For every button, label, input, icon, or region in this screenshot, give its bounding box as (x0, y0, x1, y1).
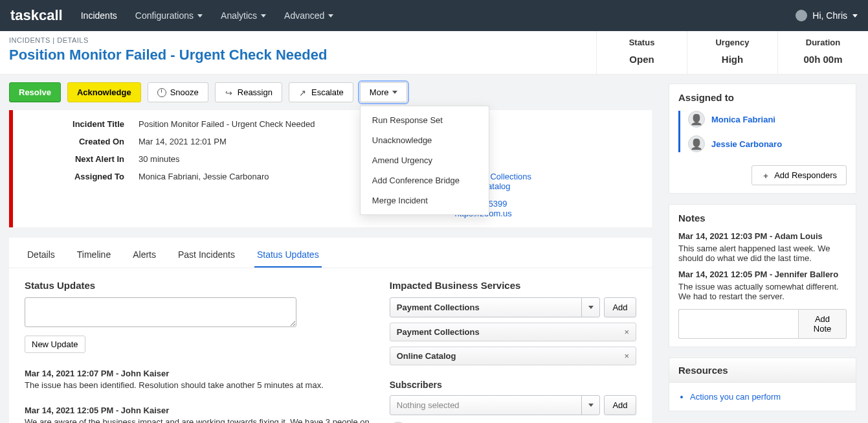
impacted-service-chip: Online Catalog × (390, 347, 636, 365)
snooze-label: Snooze (170, 87, 199, 97)
remove-chip-icon[interactable]: × (624, 327, 629, 337)
note-item: Mar 14, 2021 12:03 PM - Adam Louis This … (678, 231, 847, 263)
nav-analytics-label: Analytics (221, 10, 257, 21)
plus-icon (761, 171, 770, 180)
impacted-service-selected: Payment Collections (390, 298, 599, 317)
status-update-item: Mar 14, 2021 12:07 PM - John Kaiser The … (25, 369, 370, 390)
nav-analytics[interactable]: Analytics (221, 10, 266, 21)
impacted-service-select[interactable]: Payment Collections (390, 297, 600, 317)
impacted-services-title: Impacted Business Services (390, 280, 636, 291)
field-created-on-label: Created On (18, 137, 135, 146)
add-responders-label: Add Responders (774, 170, 837, 180)
subscriber-select-placeholder: Nothing selected (390, 396, 599, 415)
reassign-label: Reassign (238, 87, 273, 97)
menu-merge-incident[interactable]: Merge Incident (361, 190, 489, 211)
user-greeting: Hi, Chris (812, 10, 847, 21)
chevron-down-icon (328, 14, 333, 17)
resources-panel: Resources Actions you can perform (669, 358, 856, 411)
status-update-body: We are aware of the business impact and … (25, 417, 370, 423)
assignee-name[interactable]: Jessie Carbonaro (711, 139, 782, 149)
tab-details[interactable]: Details (25, 244, 58, 268)
escalate-icon (298, 88, 307, 97)
field-incident-title-label: Incident Title (18, 119, 135, 129)
chevron-down-icon (392, 91, 397, 94)
impacted-service-chip: Payment Collections × (390, 323, 636, 341)
remove-chip-icon[interactable]: × (624, 351, 629, 361)
incident-summary-card: Incident Title Position Monitor Failed -… (9, 110, 652, 227)
add-responders-button[interactable]: Add Responders (751, 165, 847, 185)
stat-urgency: Urgency High (687, 31, 777, 74)
acknowledge-button[interactable]: Acknowledge (67, 82, 141, 102)
tab-alerts[interactable]: Alerts (130, 244, 159, 268)
note-input[interactable] (678, 309, 798, 339)
incident-tabs: Details Timeline Alerts Past Incidents S… (9, 238, 652, 268)
chevron-down-icon (261, 14, 266, 17)
assignee-row: Jessie Carbonaro (688, 135, 847, 152)
nav-configurations[interactable]: Configurations (135, 10, 203, 21)
chevron-down-icon (197, 14, 203, 17)
assigned-to-panel: Assigned to Monica Fabriani Jessie Carbo… (669, 84, 856, 194)
more-button[interactable]: More (360, 82, 408, 102)
page-title: Position Monitor Failed - Urgent Check N… (9, 47, 587, 63)
stat-duration: Duration 00h 00m (777, 31, 868, 74)
stat-status-value: Open (602, 54, 682, 65)
note-item: Mar 14, 2021 12:05 PM - Jennifer Ballero… (678, 269, 847, 301)
snooze-button[interactable]: Snooze (148, 82, 208, 102)
reassign-icon (225, 88, 234, 97)
add-note-button[interactable]: Add Note (798, 309, 847, 339)
field-created-on-value: Mar 14, 2021 12:01 PM (139, 137, 331, 146)
menu-unacknowledge[interactable]: Unacknowledge (361, 130, 489, 150)
page-header: INCIDENTS | DETAILS Position Monitor Fai… (0, 31, 868, 74)
assignee-name[interactable]: Monica Fabriani (711, 115, 775, 124)
add-subscriber-button[interactable]: Add (604, 395, 636, 415)
stat-duration-label: Duration (783, 38, 863, 47)
status-update-head: Mar 14, 2021 12:05 PM - John Kaiser (25, 406, 370, 415)
tab-status-updates[interactable]: Status Updates (254, 244, 322, 268)
note-body: The issue was actually somewhat differen… (678, 282, 847, 301)
user-avatar-icon (796, 10, 807, 21)
stat-duration-value: 00h 00m (783, 54, 863, 65)
assignee-row: Monica Fabriani (688, 111, 847, 128)
menu-add-conference-bridge[interactable]: Add Conference Bridge (361, 170, 489, 190)
nav-advanced[interactable]: Advanced (284, 10, 333, 21)
top-nav: taskcall Incidents Configurations Analyt… (0, 0, 868, 31)
new-update-button[interactable]: New Update (25, 336, 85, 353)
reassign-button[interactable]: Reassign (215, 82, 282, 102)
field-assigned-to-label: Assigned To (18, 172, 135, 191)
nav-configurations-label: Configurations (135, 10, 194, 21)
more-menu: Run Response Set Unacknowledge Amend Urg… (360, 106, 489, 215)
resolve-button[interactable]: Resolve (9, 82, 61, 102)
field-next-alert-label: Next Alert In (18, 154, 135, 164)
stat-status-label: Status (602, 38, 682, 47)
chevron-down-icon (581, 298, 599, 317)
status-update-body: The issue has been identified. Resolutio… (25, 380, 370, 390)
notes-title: Notes (678, 212, 847, 223)
avatar-icon (688, 135, 705, 152)
field-next-alert-value: 30 minutes (139, 154, 331, 164)
nav-advanced-label: Advanced (284, 10, 324, 21)
nav-incidents[interactable]: Incidents (81, 10, 117, 21)
tab-timeline[interactable]: Timeline (74, 244, 113, 268)
chip-label: Online Catalog (397, 351, 456, 361)
tab-past-incidents[interactable]: Past Incidents (175, 244, 238, 268)
brand-logo: taskcall (10, 7, 63, 24)
note-head: Mar 14, 2021 12:03 PM - Adam Louis (678, 231, 847, 241)
notes-panel: Notes Mar 14, 2021 12:03 PM - Adam Louis… (669, 204, 856, 347)
status-updates-title: Status Updates (25, 280, 370, 291)
status-update-textarea[interactable] (25, 297, 296, 327)
user-menu[interactable]: Hi, Chris (796, 10, 858, 21)
escalate-button[interactable]: Escalate (289, 82, 353, 102)
stat-urgency-value: High (693, 54, 772, 65)
breadcrumb: INCIDENTS | DETAILS (9, 36, 587, 44)
menu-run-response-set[interactable]: Run Response Set (361, 110, 489, 130)
add-impacted-service-button[interactable]: Add (604, 297, 636, 317)
resource-link[interactable]: Actions you can perform (690, 392, 844, 402)
subscriber-select[interactable]: Nothing selected (390, 395, 600, 415)
status-update-head: Mar 14, 2021 12:07 PM - John Kaiser (25, 369, 370, 378)
menu-amend-urgency[interactable]: Amend Urgency (361, 150, 489, 170)
assigned-to-title: Assigned to (678, 92, 847, 103)
escalate-label: Escalate (311, 87, 344, 97)
action-bar: Resolve Acknowledge Snooze Reassign Esca… (0, 74, 661, 110)
chevron-down-icon (581, 396, 599, 415)
status-update-item: Mar 14, 2021 12:05 PM - John Kaiser We a… (25, 406, 370, 423)
